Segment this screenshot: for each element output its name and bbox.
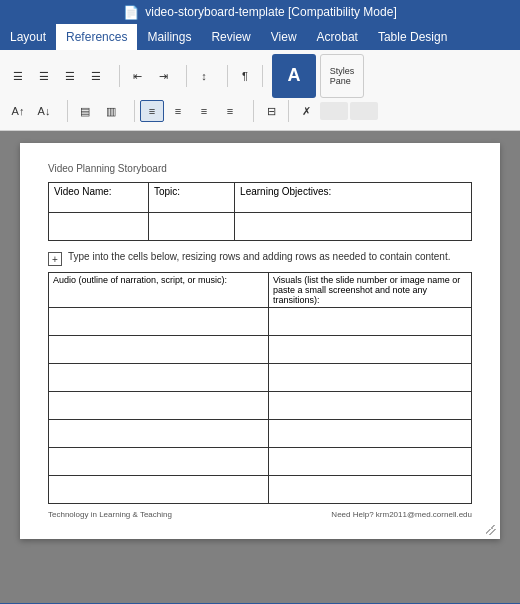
table-row[interactable] <box>49 420 269 448</box>
align-justify-btn[interactable]: ≡ <box>218 100 242 122</box>
shading-btn[interactable]: ▤ <box>73 100 97 122</box>
table-row[interactable] <box>49 448 269 476</box>
table-row[interactable] <box>268 308 471 336</box>
file-icon: 📄 <box>123 5 139 20</box>
sep7 <box>253 100 254 122</box>
document-title: Video Planning Storyboard <box>48 163 472 174</box>
sep1 <box>119 65 120 87</box>
sep4 <box>262 65 263 87</box>
ribbon-group-sort: ↕ <box>192 65 222 87</box>
menu-references[interactable]: References <box>56 24 137 50</box>
ribbon-group-color <box>320 102 384 120</box>
ribbon: ☰ ☰ ☰ ☰ ⇤ ⇥ ↕ ¶ A StylesPane A↑ A↓ <box>0 50 520 131</box>
sep5 <box>67 100 68 122</box>
table-row[interactable] <box>49 364 269 392</box>
table-row[interactable] <box>49 476 269 504</box>
color-btn1[interactable] <box>320 102 348 120</box>
learning-objectives-value[interactable] <box>235 213 472 241</box>
topic-value[interactable] <box>149 213 235 241</box>
table-row[interactable] <box>268 448 471 476</box>
video-name-value[interactable] <box>49 213 149 241</box>
footer-right: Need Help? krm2011@med.cornell.edu <box>331 510 472 519</box>
table-row[interactable] <box>268 420 471 448</box>
table-row[interactable] <box>268 336 471 364</box>
ribbon-group-align: ≡ ≡ ≡ ≡ <box>140 100 248 122</box>
plus-icon: + <box>48 252 62 266</box>
title-bar: 📄 video-storyboard-template [Compatibili… <box>0 0 520 24</box>
align-right-btn[interactable]: ≡ <box>192 100 216 122</box>
table-row[interactable] <box>268 392 471 420</box>
borders-btn[interactable]: ▥ <box>99 100 123 122</box>
document-footer: Technology in Learning & Teaching Need H… <box>48 510 472 519</box>
main-table: Audio (outline of narration, script, or … <box>48 272 472 504</box>
menu-review[interactable]: Review <box>201 24 260 50</box>
columns-btn[interactable]: ⊟ <box>259 100 283 122</box>
table-row[interactable] <box>268 364 471 392</box>
sep8 <box>288 100 289 122</box>
menu-bar: Layout References Mailings Review View A… <box>0 24 520 50</box>
sep6 <box>134 100 135 122</box>
paragraph-mark-btn[interactable]: ¶ <box>233 65 257 87</box>
menu-view[interactable]: View <box>261 24 307 50</box>
table-row[interactable] <box>268 476 471 504</box>
topic-label: Topic: <box>149 183 235 213</box>
font-size-down-btn[interactable]: A↓ <box>32 100 56 122</box>
video-name-label: Video Name: <box>49 183 149 213</box>
visuals-header: Visuals (list the slide number or image … <box>268 273 471 308</box>
document: Video Planning Storyboard Video Name: To… <box>20 143 500 539</box>
align-left-btn[interactable]: ≡ <box>140 100 164 122</box>
multilevel-list-btn[interactable]: ☰ <box>58 65 82 87</box>
sort-btn[interactable]: ↕ <box>192 65 216 87</box>
content-area: Video Planning Storyboard Video Name: To… <box>0 131 520 603</box>
decrease-indent-btn[interactable]: ⇤ <box>125 65 149 87</box>
resize-handle[interactable] <box>486 525 496 535</box>
ribbon-row-1: ☰ ☰ ☰ ☰ ⇤ ⇥ ↕ ¶ A StylesPane <box>6 54 514 98</box>
window-title: video-storyboard-template [Compatibility… <box>145 5 396 19</box>
align-center-btn[interactable]: ≡ <box>166 100 190 122</box>
menu-mailings[interactable]: Mailings <box>137 24 201 50</box>
ribbon-group-indent: ⇤ ⇥ <box>125 65 181 87</box>
ribbon-row-2: A↑ A↓ ▤ ▥ ≡ ≡ ≡ ≡ ⊟ ✗ <box>6 100 514 122</box>
bullet-list-btn[interactable]: ☰ <box>6 65 30 87</box>
ribbon-group-styles: A StylesPane <box>268 54 370 98</box>
instruction-text: Type into the cells below, resizing rows… <box>68 251 450 262</box>
styles-button[interactable]: A <box>272 54 316 98</box>
numbered-list-btn[interactable]: ☰ <box>32 65 56 87</box>
info-table: Video Name: Topic: Learning Objectives: <box>48 182 472 241</box>
increase-indent-btn[interactable]: ⇥ <box>151 65 175 87</box>
styles-pane-label: StylesPane <box>330 66 355 86</box>
audio-header: Audio (outline of narration, script, or … <box>49 273 269 308</box>
sep2 <box>186 65 187 87</box>
font-size-up-btn[interactable]: A↑ <box>6 100 30 122</box>
instruction-row: + Type into the cells below, resizing ro… <box>48 251 472 266</box>
menu-table-design[interactable]: Table Design <box>368 24 457 50</box>
list-btn4[interactable]: ☰ <box>84 65 108 87</box>
styles-pane-button[interactable]: StylesPane <box>320 54 364 98</box>
menu-layout[interactable]: Layout <box>0 24 56 50</box>
menu-acrobat[interactable]: Acrobat <box>307 24 368 50</box>
ribbon-group-font-size: A↑ A↓ <box>6 100 62 122</box>
learning-objectives-label: Learning Objectives: <box>235 183 472 213</box>
table-row[interactable] <box>49 336 269 364</box>
color-btn2[interactable] <box>350 102 378 120</box>
styles-icon: A <box>288 65 301 86</box>
table-row[interactable] <box>49 392 269 420</box>
clear-btn[interactable]: ✗ <box>294 100 318 122</box>
ribbon-group-shading: ▤ ▥ <box>73 100 129 122</box>
footer-left: Technology in Learning & Teaching <box>48 510 172 519</box>
sep3 <box>227 65 228 87</box>
table-row[interactable] <box>49 308 269 336</box>
ribbon-group-list: ☰ ☰ ☰ ☰ <box>6 65 114 87</box>
